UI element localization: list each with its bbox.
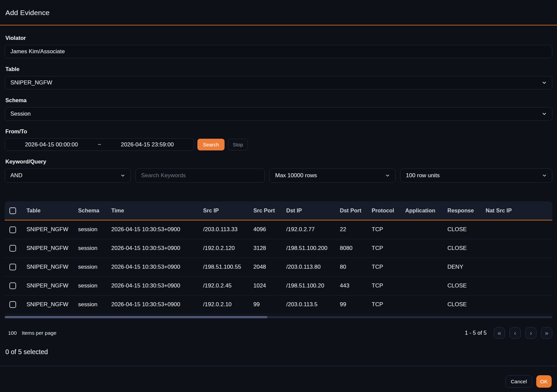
keyword-label: Keyword/Query [5, 158, 552, 165]
cell-response: CLOSE [445, 276, 483, 295]
search-button[interactable]: Search [197, 139, 225, 150]
items-per-page-label: Items per page [22, 330, 56, 336]
keyword-search-input[interactable] [135, 169, 265, 183]
chevron-down-icon [542, 111, 547, 117]
next-page-icon: › [530, 330, 532, 336]
cell-dst-port: 8080 [337, 239, 369, 258]
table-row[interactable]: SNIPER_NGFW session 2026-04-15 10:30:53+… [5, 220, 552, 239]
cell-nat-src-ip [483, 295, 552, 314]
table-row[interactable]: SNIPER_NGFW session 2026-04-15 10:30:53+… [5, 258, 552, 276]
cell-nat-src-ip [483, 258, 552, 276]
table-label: Table [5, 66, 552, 72]
col-header-dst-ip: Dst IP [284, 201, 337, 220]
cell-table: SNIPER_NGFW [24, 295, 75, 314]
row-checkbox[interactable] [9, 301, 16, 308]
dialog-header: Add Evidence [0, 0, 557, 25]
row-checkbox[interactable] [9, 282, 16, 289]
ok-button[interactable]: OK [536, 375, 552, 388]
cell-table: SNIPER_NGFW [24, 258, 75, 276]
first-page-button[interactable]: « [494, 327, 505, 339]
cell-protocol: TCP [369, 258, 403, 276]
cell-protocol: TCP [369, 295, 403, 314]
cell-time: 2026-04-15 10:30:53+0900 [109, 295, 200, 314]
cell-application [403, 295, 445, 314]
table-row[interactable]: SNIPER_NGFW session 2026-04-15 10:30:53+… [5, 239, 552, 258]
last-page-button[interactable]: » [541, 327, 552, 339]
cancel-button[interactable]: Cancel [505, 375, 532, 388]
cell-time: 2026-04-15 10:30:53+0900 [109, 220, 200, 239]
cell-dst-ip: /198.51.100.200 [284, 239, 337, 258]
cell-dst-ip: /198.51.100.20 [284, 276, 337, 295]
row-units-select-value: 100 row units [406, 172, 440, 179]
cell-application [403, 220, 445, 239]
cell-dst-ip: /203.0.113.5 [284, 295, 337, 314]
table-row[interactable]: SNIPER_NGFW session 2026-04-15 10:30:53+… [5, 276, 552, 295]
scrollbar-thumb[interactable] [5, 316, 267, 318]
cell-application [403, 258, 445, 276]
table-select[interactable]: SNIPER_NGFW [5, 76, 552, 89]
select-all-checkbox[interactable] [9, 207, 16, 214]
cell-src-ip: /192.0.2.120 [200, 239, 251, 258]
table-header-row: Table Schema Time Src IP Src Port Dst IP… [5, 201, 552, 220]
row-units-select[interactable]: 100 row units [400, 169, 552, 183]
table-row[interactable]: SNIPER_NGFW session 2026-04-15 10:30:53+… [5, 295, 552, 314]
fromto-label: From/To [5, 128, 552, 135]
cell-src-port: 1024 [251, 276, 284, 295]
chevron-down-icon [120, 173, 125, 178]
stop-button[interactable]: Stop [228, 139, 248, 150]
operator-select[interactable]: AND [5, 169, 131, 183]
schema-select[interactable]: Session [5, 107, 552, 121]
col-header-table: Table [24, 201, 75, 220]
prev-page-button[interactable]: ‹ [509, 327, 521, 339]
cell-table: SNIPER_NGFW [24, 220, 75, 239]
results-table: Table Schema Time Src IP Src Port Dst IP… [5, 201, 552, 314]
dialog-body: Violator Table SNIPER_NGFW Schema Sessio… [0, 25, 557, 366]
cell-nat-src-ip [483, 220, 552, 239]
dialog-title: Add Evidence [5, 9, 552, 17]
next-page-button[interactable]: › [525, 327, 537, 339]
daterange-field: 2026-04-15 00:00:00 ~ 2026-04-15 23:59:0… [5, 138, 194, 151]
dialog-footer: Cancel OK [0, 366, 557, 392]
items-per-page: 100 Items per page [5, 330, 56, 336]
cell-response: DENY [445, 258, 483, 276]
cell-application [403, 239, 445, 258]
cell-response: CLOSE [445, 295, 483, 314]
items-per-page-value[interactable]: 100 [8, 330, 17, 336]
prev-page-icon: ‹ [514, 330, 516, 336]
last-page-icon: » [545, 330, 548, 336]
cell-time: 2026-04-15 10:30:53+0900 [109, 239, 200, 258]
col-header-application: Application [403, 201, 445, 220]
horizontal-scrollbar[interactable] [5, 316, 552, 318]
pagination-bar: 100 Items per page 1 - 5 of 5 « ‹ › » [5, 327, 552, 339]
date-to-input[interactable]: 2026-04-15 23:59:00 [121, 141, 174, 148]
table-select-value: SNIPER_NGFW [10, 79, 52, 86]
row-checkbox[interactable] [9, 245, 16, 252]
col-header-nat-src-ip: Nat Src IP [483, 201, 552, 220]
pagination-controls: 1 - 5 of 5 « ‹ › » [465, 327, 552, 339]
first-page-icon: « [498, 330, 501, 336]
results-table-container: Table Schema Time Src IP Src Port Dst IP… [5, 201, 552, 318]
col-header-time: Time [109, 201, 200, 220]
cell-response: CLOSE [445, 220, 483, 239]
cell-schema: session [75, 258, 109, 276]
cell-table: SNIPER_NGFW [24, 239, 75, 258]
row-checkbox[interactable] [9, 264, 16, 270]
selection-summary: 0 of 5 selected [5, 348, 552, 356]
col-header-response: Response [445, 201, 483, 220]
cell-application [403, 276, 445, 295]
row-checkbox[interactable] [9, 226, 16, 233]
date-from-input[interactable]: 2026-04-15 00:00:00 [25, 141, 78, 148]
violator-input[interactable] [5, 45, 552, 58]
max-rows-select[interactable]: Max 10000 rows [269, 169, 395, 183]
cell-dst-ip: /192.0.2.77 [284, 220, 337, 239]
cell-src-port: 4096 [251, 220, 284, 239]
violator-label: Violator [5, 35, 552, 41]
daterange-separator: ~ [98, 141, 101, 148]
chevron-down-icon [542, 80, 547, 85]
cell-src-ip: /203.0.113.33 [200, 220, 251, 239]
cell-src-port: 99 [251, 295, 284, 314]
add-evidence-dialog: Add Evidence Violator Table SNIPER_NGFW … [0, 0, 557, 392]
cell-src-port: 3128 [251, 239, 284, 258]
col-header-dst-port: Dst Port [337, 201, 369, 220]
operator-select-value: AND [10, 172, 22, 179]
